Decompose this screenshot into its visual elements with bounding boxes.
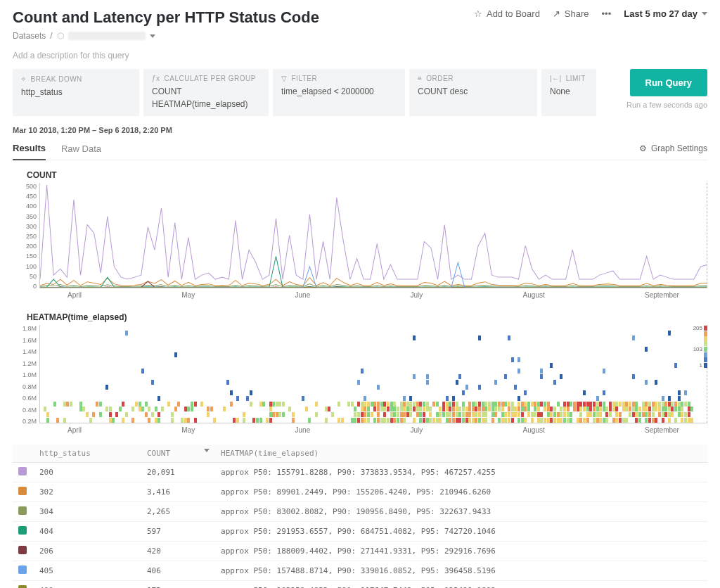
breadcrumb[interactable]: Datasets / ⬡ — [13, 31, 474, 41]
share-button[interactable]: ↗ Share — [553, 8, 589, 19]
col-heatmap[interactable]: HEATMAP(time_elapsed) — [215, 445, 707, 463]
share-icon: ↗ — [553, 8, 560, 19]
cell-count: 2,265 — [141, 502, 215, 522]
breakdown-clause[interactable]: ⟡BREAK DOWN http_status — [13, 69, 139, 116]
count-x-axis: AprilMayJuneJulyAugustSeptember — [39, 288, 707, 299]
dataset-name[interactable] — [68, 32, 146, 40]
series-swatch — [18, 487, 27, 495]
heatmap-x-axis: AprilMayJuneJulyAugustSeptember — [39, 423, 707, 434]
cell-heatmap: approx P50: 157488.8714, P90: 339016.085… — [215, 561, 707, 581]
series-swatch — [18, 565, 27, 574]
graph-settings-button[interactable]: ⚙ Graph Settings — [639, 143, 707, 153]
limit-clause[interactable]: |←|LIMIT None — [541, 69, 596, 116]
cell-status: 404 — [34, 522, 141, 542]
breadcrumb-root[interactable]: Datasets — [13, 31, 46, 41]
order-icon: ≡ — [418, 75, 422, 82]
cell-heatmap: approx P50: 291953.6557, P90: 684751.408… — [215, 522, 707, 542]
cell-heatmap: approx P50: 188009.4402, P90: 271441.933… — [215, 542, 707, 561]
chevron-down-icon[interactable] — [150, 34, 155, 38]
add-to-board-button[interactable]: ☆ Add to Board — [474, 8, 540, 19]
heatmap-chart-title: HEATMAP(time_elapsed) — [27, 312, 707, 322]
more-menu[interactable]: ••• — [602, 8, 612, 19]
order-clause[interactable]: ≡ORDER COUNT desc — [409, 69, 537, 116]
col-count[interactable]: COUNT — [141, 445, 215, 463]
table-row[interactable]: 302 3,416 approx P50: 89901.2449, P90: 1… — [13, 482, 707, 502]
ellipsis-icon: ••• — [602, 8, 612, 19]
series-swatch — [18, 506, 27, 515]
page-title: Count and Latency per HTTP Status Code — [13, 8, 474, 27]
cell-status: 302 — [34, 482, 141, 502]
cell-status: 206 — [34, 542, 141, 561]
hexagon-icon: ⬡ — [57, 31, 64, 41]
cell-heatmap: approx P50: 103258.4833, P90: 117647.744… — [215, 581, 707, 589]
filter-icon: ▽ — [281, 75, 288, 82]
series-swatch — [18, 585, 27, 588]
tab-raw-data[interactable]: Raw Data — [61, 138, 101, 160]
table-row[interactable]: 304 2,265 approx P50: 83002.8082, P90: 1… — [13, 502, 707, 522]
cell-count: 20,091 — [141, 463, 215, 482]
gear-icon: ⚙ — [639, 143, 647, 153]
table-row[interactable]: 400 173 approx P50: 103258.4833, P90: 11… — [13, 581, 707, 589]
results-table: http_status COUNT HEATMAP(time_elapsed) … — [13, 445, 707, 588]
count-chart[interactable] — [39, 183, 707, 288]
col-http-status[interactable]: http_status — [34, 445, 141, 463]
cell-status: 400 — [34, 581, 141, 589]
series-swatch — [18, 467, 27, 475]
cell-count: 173 — [141, 581, 215, 589]
cell-status: 200 — [34, 463, 141, 482]
count-y-axis: 500450400350300250200150100500 — [13, 183, 39, 290]
cell-count: 3,416 — [141, 482, 215, 502]
time-range-picker[interactable]: Last 5 mo 27 day — [624, 8, 707, 19]
heatmap-chart[interactable]: 2051031 — [39, 325, 707, 423]
cell-status: 405 — [34, 561, 141, 581]
count-chart-title: COUNT — [27, 170, 707, 180]
series-swatch — [18, 546, 27, 554]
cell-count: 597 — [141, 522, 215, 542]
description-input[interactable]: Add a description for this query — [13, 51, 707, 60]
limit-icon: |←| — [550, 75, 562, 82]
run-timestamp: Run a few seconds ago — [626, 101, 707, 109]
cell-heatmap: approx P50: 89901.2449, P90: 155206.4240… — [215, 482, 707, 502]
heatmap-y-axis: 1.8M1.6M1.4M1.2M1.0M0.8M0.6M0.4M0.2M — [13, 325, 39, 425]
cell-heatmap: approx P50: 155791.8288, P90: 373833.953… — [215, 463, 707, 482]
heatmap-legend: 2051031 — [691, 325, 707, 369]
table-row[interactable]: 206 420 approx P50: 188009.4402, P90: 27… — [13, 542, 707, 561]
function-icon: ƒx — [152, 75, 160, 82]
cell-count: 420 — [141, 542, 215, 561]
table-row[interactable]: 200 20,091 approx P50: 155791.8288, P90:… — [13, 463, 707, 482]
star-icon: ☆ — [474, 8, 482, 19]
series-swatch — [18, 526, 27, 535]
chevron-down-icon — [702, 12, 707, 15]
calculate-clause[interactable]: ƒxCALCULATE PER GROUP COUNT HEATMAP(time… — [143, 69, 269, 116]
filter-clause[interactable]: ▽FILTER time_elapsed < 2000000 — [273, 69, 405, 116]
query-timespan: Mar 10 2018, 1:20 PM – Sep 6 2018, 2:20 … — [13, 126, 707, 134]
cell-count: 406 — [141, 561, 215, 581]
run-query-button[interactable]: Run Query — [630, 69, 707, 96]
breakdown-icon: ⟡ — [21, 75, 27, 83]
tab-results[interactable]: Results — [13, 137, 46, 160]
cell-status: 304 — [34, 502, 141, 522]
table-row[interactable]: 405 406 approx P50: 157488.8714, P90: 33… — [13, 561, 707, 581]
table-row[interactable]: 404 597 approx P50: 291953.6557, P90: 68… — [13, 522, 707, 542]
cell-heatmap: approx P50: 83002.8082, P90: 190956.8490… — [215, 502, 707, 522]
